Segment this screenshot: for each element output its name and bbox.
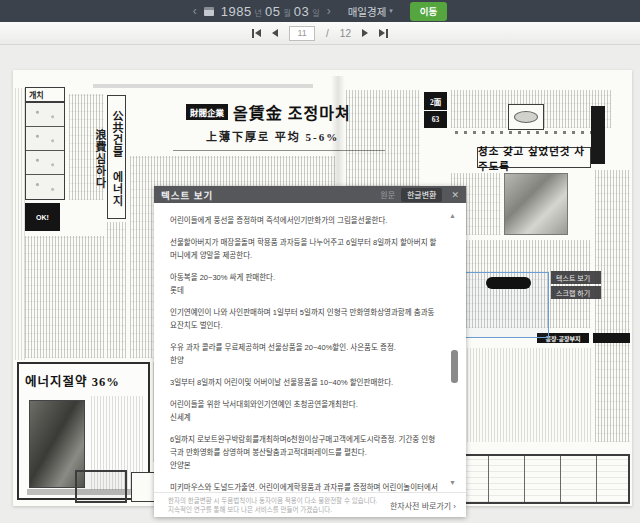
context-menu-item[interactable]: 텍스트 보기	[551, 271, 601, 284]
np-energy-ad-title: 에너지절약 36%	[25, 371, 142, 390]
nav-first-icon[interactable]	[252, 29, 261, 38]
np-page-badge-top: 2面	[424, 92, 447, 110]
context-menu: 텍스트 보기스크랩 하기	[551, 271, 601, 299]
np-left-edge-column	[15, 88, 25, 360]
np-photo	[504, 173, 568, 235]
date-toolbar: ‹ 1985 년 05 월 03 일 › 매일경제 ▾ 이동	[0, 0, 640, 22]
np-bottom-ad	[75, 470, 127, 503]
ocr-paragraph: 선물할아버지가 매장을돌며 학용품 과자등을 나누어주고 6일부터 8일까지 할…	[170, 236, 440, 262]
calendar-icon[interactable]	[204, 7, 214, 16]
page-navigation: / 12	[0, 22, 640, 45]
np-small-ad: OK!	[25, 203, 60, 231]
panel-footer: 한자의 한글변환 시 두음법칙이나 동자이음 적용이 다소 불완전할 수 있습니…	[154, 492, 466, 517]
ocr-paragraph: 아동복을 20~30% 싸게 판매한다.	[170, 271, 440, 284]
np-logo-box	[508, 104, 544, 130]
date-display: 1985 년 05 월 03 일	[221, 4, 320, 19]
go-button[interactable]: 이동	[410, 2, 447, 21]
date-month: 05	[265, 4, 280, 19]
panel-header[interactable]: 텍스트 보기 원문 한글변환 ✕	[154, 186, 466, 203]
np-right-headline: 청소 갖고 싶었던것 사주도록	[477, 147, 591, 168]
np-classified-chip2	[593, 333, 630, 343]
page-total: 12	[340, 28, 351, 39]
store-name: 신세계	[170, 411, 440, 424]
text-view-panel: 텍스트 보기 원문 한글변환 ✕ 어린이들에게 풍선을 증정하며 즉석에서인기만…	[154, 186, 466, 517]
date-day: 03	[294, 4, 309, 19]
np-comic-title: 개치	[25, 87, 65, 102]
np-vertical-headline: 公共건물 에너지 浪費심하다	[107, 95, 126, 219]
date-year-suffix: 년	[255, 7, 262, 18]
scrollbar-thumb[interactable]	[451, 350, 458, 383]
np-masthead-line	[93, 84, 313, 88]
np-columns	[595, 170, 630, 442]
date-day-suffix: 일	[312, 7, 319, 18]
date-next-button[interactable]: ›	[327, 5, 331, 17]
date-prev-button[interactable]: ‹	[193, 5, 197, 17]
original-text-button[interactable]: 원문	[380, 189, 395, 200]
viewer-area: 개치 OK! 公共건물 에너지 浪費심하다 財閥企業 올賃金 조정마쳐 上薄下厚…	[0, 45, 640, 523]
hangul-convert-button[interactable]: 한글변환	[401, 188, 442, 202]
page-separator: /	[326, 28, 329, 39]
close-icon[interactable]: ✕	[451, 190, 459, 200]
ocr-paragraph: 미키마우스와 도널드가출연. 어린이에게학용품과 과자류를 증정하며 어린이놀이…	[170, 481, 440, 492]
ocr-paragraph: 3일부터 8일까지 어린이및 어버이날 선물용품을 10~40% 할인판매한다.	[170, 376, 440, 389]
store-name: 한양	[170, 354, 440, 367]
publication-name: 매일경제	[348, 4, 387, 19]
ocr-paragraph: 어린이들을 위한 낙서대회와인기연예인 초청공연을개최한다.	[170, 398, 440, 411]
publication-select[interactable]: 매일경제 ▾	[348, 4, 393, 19]
np-decorative-strip	[455, 131, 591, 134]
footer-note-line2: 지속적인 연구를 통해 보다 나은 서비스를 만들어 가겠습니다.	[168, 505, 390, 514]
page-input[interactable]	[289, 26, 315, 41]
scroll-down-icon[interactable]: ▼	[449, 479, 456, 486]
ocr-paragraph: 어린이들에게 풍선을 증정하며 즉석에서인기만화가의 그림을선물한다.	[170, 214, 440, 227]
store-name: 안양본	[170, 459, 440, 472]
ocr-paragraph: 우유 과자 콜라를 무료제공하며 선물상품을 20~40%할인. 사은품도 증정…	[170, 341, 440, 354]
np-section-badge	[591, 106, 605, 164]
panel-title: 텍스트 보기	[161, 188, 213, 202]
scroll-up-icon[interactable]: ▲	[449, 212, 456, 219]
np-article-logo	[486, 277, 531, 289]
nav-prev-icon[interactable]	[272, 29, 278, 37]
store-name: 롯데	[170, 284, 440, 297]
footer-note-line1: 한자의 한글변환 시 두음법칙이나 동자이음 적용이 다소 불완전할 수 있습니…	[168, 496, 390, 505]
nav-next-icon[interactable]	[362, 29, 368, 37]
np-page-badge-bottom: 63	[424, 111, 447, 128]
np-columns	[25, 236, 105, 358]
article-selection-box[interactable]	[463, 272, 549, 338]
ocr-paragraph: 인기연예인이 나와 사인판매하며 1일부터 5일까지 인형극 만화영화상영과함께…	[170, 306, 440, 332]
date-month-suffix: 월	[283, 7, 290, 18]
nav-last-icon[interactable]	[379, 29, 388, 38]
np-oval-logo	[514, 111, 538, 123]
hanja-dictionary-link[interactable]: 한자사전 바로가기 ›	[390, 500, 456, 511]
date-year: 1985	[221, 4, 252, 19]
panel-body-text: 어린이들에게 풍선을 증정하며 즉석에서인기만화가의 그림을선물한다.선물할아버…	[154, 203, 466, 492]
caret-down-icon: ▾	[389, 7, 393, 15]
np-columns	[107, 222, 126, 358]
np-center-badge: 財閥企業	[186, 104, 228, 120]
ocr-paragraph: 6일까지 로보트완구박람회를개최하며6천원이상구매고객에게도시락증정. 기간중 …	[170, 433, 440, 459]
archive-viewer: ‹ 1985 년 05 월 03 일 › 매일경제 ▾ 이동 / 12	[0, 0, 640, 523]
context-menu-item[interactable]: 스크랩 하기	[551, 286, 601, 299]
np-comic-strip	[25, 102, 65, 200]
